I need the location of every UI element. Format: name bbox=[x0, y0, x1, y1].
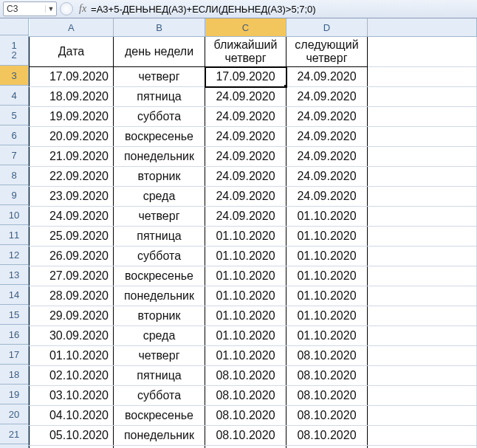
cell-blank[interactable] bbox=[368, 127, 477, 147]
row-header-16[interactable]: 16 bbox=[0, 325, 28, 345]
cell-blank[interactable] bbox=[368, 227, 477, 247]
cell-A5[interactable]: 19.09.2020 bbox=[30, 107, 114, 127]
cell-B6[interactable]: воскресенье bbox=[114, 127, 205, 147]
row-header-22[interactable]: 22 bbox=[0, 444, 28, 448]
cell-B18[interactable]: пятница bbox=[114, 366, 205, 386]
cell-blank[interactable] bbox=[368, 426, 477, 446]
cell-blank[interactable] bbox=[368, 446, 477, 449]
cell-B9[interactable]: среда bbox=[114, 187, 205, 207]
chevron-down-icon[interactable]: ▼ bbox=[45, 5, 56, 13]
cell-D4[interactable]: 24.09.2020 bbox=[286, 87, 368, 107]
cell-blank[interactable] bbox=[368, 286, 477, 306]
cell-B12[interactable]: суббота bbox=[114, 247, 205, 266]
cell-B17[interactable]: четверг bbox=[114, 346, 205, 366]
cell-A7[interactable]: 21.09.2020 bbox=[30, 147, 114, 167]
cell-B10[interactable]: четверг bbox=[114, 207, 205, 227]
cell-C15[interactable]: 01.10.2020 bbox=[205, 306, 286, 326]
cell-blank[interactable] bbox=[368, 147, 477, 167]
row-header-8[interactable]: 8 bbox=[0, 165, 28, 185]
cell-D18[interactable]: 08.10.2020 bbox=[286, 366, 368, 386]
header-cell-D[interactable]: следующий четверг bbox=[286, 37, 368, 67]
cell-A12[interactable]: 26.09.2020 bbox=[30, 247, 114, 266]
cell-A11[interactable]: 25.09.2020 bbox=[30, 227, 114, 247]
cell-A8[interactable]: 22.09.2020 bbox=[30, 167, 114, 187]
cell-A13[interactable]: 27.09.2020 bbox=[30, 266, 114, 286]
header-cell-B[interactable]: день недели bbox=[114, 37, 205, 67]
row-header-10[interactable]: 10 bbox=[0, 205, 28, 225]
cell-D8[interactable]: 24.09.2020 bbox=[286, 167, 368, 187]
name-box[interactable]: C3 ▼ bbox=[3, 1, 57, 16]
row-header-5[interactable]: 5 bbox=[0, 106, 28, 125]
row-header-17[interactable]: 17 bbox=[0, 345, 28, 365]
cell-C3[interactable]: 17.09.2020 bbox=[205, 67, 286, 87]
row-header-9[interactable]: 9 bbox=[0, 185, 28, 205]
cell-C21[interactable]: 08.10.2020 bbox=[205, 426, 286, 446]
cell-C9[interactable]: 24.09.2020 bbox=[205, 187, 286, 207]
cell-D15[interactable]: 01.10.2020 bbox=[286, 306, 368, 326]
cell-blank[interactable] bbox=[368, 187, 477, 207]
cell-D19[interactable]: 08.10.2020 bbox=[286, 386, 368, 406]
cell-A6[interactable]: 20.09.2020 bbox=[30, 127, 114, 147]
row-header-3[interactable]: 3 bbox=[0, 66, 28, 86]
cell-A15[interactable]: 29.09.2020 bbox=[30, 306, 114, 326]
cell-C16[interactable]: 01.10.2020 bbox=[205, 326, 286, 346]
cell-blank[interactable] bbox=[368, 366, 477, 386]
row-header-18[interactable]: 18 bbox=[0, 365, 28, 385]
column-header-C[interactable]: C bbox=[205, 18, 286, 37]
cell-B14[interactable]: понедельник bbox=[114, 286, 205, 306]
cell-A20[interactable]: 04.10.2020 bbox=[30, 406, 114, 426]
cell-C8[interactable]: 24.09.2020 bbox=[205, 167, 286, 187]
cell-B4[interactable]: пятница bbox=[114, 87, 205, 107]
cell-blank[interactable] bbox=[368, 306, 477, 326]
cell-A9[interactable]: 23.09.2020 bbox=[30, 187, 114, 207]
cell-A14[interactable]: 28.09.2020 bbox=[30, 286, 114, 306]
cell-D12[interactable]: 01.10.2020 bbox=[286, 247, 368, 266]
header-cell-C[interactable]: ближайший четверг bbox=[205, 37, 286, 67]
cell-C22[interactable]: 08.10.2020 bbox=[205, 446, 286, 449]
row-header-12[interactable]: 12 bbox=[0, 245, 28, 265]
column-header-B[interactable]: B bbox=[114, 18, 205, 37]
cell-D5[interactable]: 24.09.2020 bbox=[286, 107, 368, 127]
cell-D3[interactable]: 24.09.2020 bbox=[286, 67, 368, 87]
row-header-15[interactable]: 15 bbox=[0, 305, 28, 325]
cell-D22[interactable]: 08.10.2020 bbox=[286, 446, 368, 449]
cell-A4[interactable]: 18.09.2020 bbox=[30, 87, 114, 107]
cell-C14[interactable]: 01.10.2020 bbox=[205, 286, 286, 306]
cell-C20[interactable]: 08.10.2020 bbox=[205, 406, 286, 426]
cell-B13[interactable]: воскресенье bbox=[114, 266, 205, 286]
row-header-1-2[interactable]: 12 bbox=[0, 35, 28, 66]
cell-B22[interactable]: вторник bbox=[114, 446, 205, 449]
cell-blank[interactable] bbox=[368, 346, 477, 366]
fx-icon[interactable]: fx bbox=[79, 3, 86, 15]
cell-B15[interactable]: вторник bbox=[114, 306, 205, 326]
cell-B3[interactable]: четверг bbox=[114, 67, 205, 87]
cell-D11[interactable]: 01.10.2020 bbox=[286, 227, 368, 247]
column-header-A[interactable]: A bbox=[30, 18, 114, 37]
cell-C7[interactable]: 24.09.2020 bbox=[205, 147, 286, 167]
cell-D16[interactable]: 01.10.2020 bbox=[286, 326, 368, 346]
cell-B19[interactable]: суббота bbox=[114, 386, 205, 406]
cell-D21[interactable]: 08.10.2020 bbox=[286, 426, 368, 446]
row-header-13[interactable]: 13 bbox=[0, 265, 28, 285]
cell-blank[interactable] bbox=[368, 207, 477, 227]
row-header-19[interactable]: 19 bbox=[0, 385, 28, 404]
name-box-value[interactable]: C3 bbox=[4, 2, 45, 15]
row-header-11[interactable]: 11 bbox=[0, 225, 28, 245]
cell-B21[interactable]: понедельник bbox=[114, 426, 205, 446]
select-all-corner[interactable] bbox=[0, 18, 28, 35]
row-header-4[interactable]: 4 bbox=[0, 86, 28, 106]
cell-blank[interactable] bbox=[368, 167, 477, 187]
cell-D6[interactable]: 24.09.2020 bbox=[286, 127, 368, 147]
cell-B5[interactable]: суббота bbox=[114, 107, 205, 127]
cell-C17[interactable]: 01.10.2020 bbox=[205, 346, 286, 366]
row-header-14[interactable]: 14 bbox=[0, 285, 28, 305]
cell-D10[interactable]: 01.10.2020 bbox=[286, 207, 368, 227]
cell-D20[interactable]: 08.10.2020 bbox=[286, 406, 368, 426]
cell-blank[interactable] bbox=[368, 67, 477, 87]
cell-B16[interactable]: среда bbox=[114, 326, 205, 346]
cell-D9[interactable]: 24.09.2020 bbox=[286, 187, 368, 207]
grid[interactable]: ABCD Датадень неделиближайший четвергсле… bbox=[29, 18, 477, 448]
cell-C10[interactable]: 24.09.2020 bbox=[205, 207, 286, 227]
formula-button-icon[interactable] bbox=[60, 2, 73, 15]
row-header-7[interactable]: 7 bbox=[0, 145, 28, 165]
